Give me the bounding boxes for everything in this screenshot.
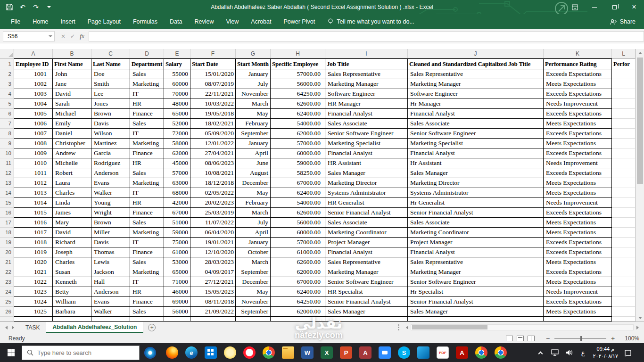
cell[interactable]: Financial Analyst [408, 109, 544, 119]
cell[interactable]: Evans [91, 297, 130, 307]
cell[interactable] [612, 129, 636, 139]
foxit-icon[interactable]: PDF [437, 346, 449, 359]
skype-icon[interactable]: S [398, 346, 410, 359]
cell[interactable]: 62000.00 [271, 307, 325, 317]
cell[interactable]: HR [130, 158, 164, 168]
cell[interactable] [612, 208, 636, 218]
zoom-out-icon[interactable]: − [545, 335, 551, 342]
cell[interactable] [612, 228, 636, 238]
cell[interactable]: IT [130, 238, 164, 247]
cell[interactable]: Brown [91, 109, 130, 119]
cell[interactable]: Marketing Manager [325, 267, 408, 277]
cell[interactable]: Meets Expectations [544, 218, 612, 228]
cell[interactable]: Senior Financial Analyst [408, 297, 544, 307]
vertical-scrollbar[interactable] [636, 49, 644, 321]
cell[interactable]: Hr Assistant [408, 158, 544, 168]
cell[interactable]: Finance [130, 148, 164, 158]
cell[interactable]: 04/09/2017 [190, 267, 236, 277]
horizontal-scroll-track[interactable] [411, 324, 634, 330]
cell[interactable]: January [236, 139, 271, 148]
cell[interactable]: Emily [53, 119, 91, 129]
cell[interactable]: Software Engineer [408, 89, 544, 99]
scroll-up-icon[interactable] [636, 49, 644, 57]
cell[interactable]: 19/05/2018 [190, 109, 236, 119]
cell[interactable]: Jane [53, 79, 91, 89]
excel-icon[interactable]: X [321, 346, 333, 359]
ribbon-tab-page-layout[interactable]: Page Layout [82, 14, 127, 29]
cell[interactable]: 48000 [164, 99, 190, 109]
cell[interactable]: November [236, 297, 271, 307]
ribbon-tab-review[interactable]: Review [188, 14, 220, 29]
cell[interactable]: January [236, 69, 271, 79]
cell[interactable] [612, 238, 636, 247]
ribbon-tab-home[interactable]: Home [26, 14, 54, 29]
row-header-25[interactable]: 25 [0, 297, 14, 307]
cell[interactable]: Sales Associate [325, 218, 408, 228]
cell[interactable]: Senior Financial Analyst [408, 208, 544, 218]
column-header-L[interactable]: L [612, 49, 636, 58]
cell[interactable]: HR [130, 287, 164, 297]
cell[interactable] [612, 69, 636, 79]
cell[interactable]: 1024 [14, 297, 53, 307]
cell[interactable]: Sales Associate [325, 119, 408, 129]
cell[interactable]: HR Manager [325, 99, 408, 109]
cell[interactable]: 1006 [14, 119, 53, 129]
cell[interactable] [612, 188, 636, 198]
cell[interactable]: IT [130, 188, 164, 198]
cell[interactable]: Walker [91, 188, 130, 198]
cell[interactable]: 19/01/2021 [190, 238, 236, 247]
column-header-B[interactable]: B [53, 49, 91, 58]
cell[interactable]: 53000 [164, 257, 190, 267]
ribbon-tab-insert[interactable]: Insert [55, 14, 82, 29]
cell[interactable]: HR Generalist [325, 198, 408, 208]
cell[interactable]: 08/06/2023 [190, 158, 236, 168]
cell[interactable]: 60000 [164, 79, 190, 89]
cell[interactable] [612, 317, 636, 321]
zoom-level[interactable]: 100% [621, 335, 639, 342]
normal-view-icon[interactable] [506, 336, 513, 341]
cell[interactable]: Exceeds Expectations [544, 238, 612, 247]
cell[interactable]: Marketing [130, 228, 164, 238]
cell[interactable]: 18/12/2018 [190, 178, 236, 188]
cell[interactable]: 1022 [14, 277, 53, 287]
cell[interactable]: 45000 [164, 158, 190, 168]
close-button[interactable]: × [624, 0, 644, 14]
cell[interactable]: September [236, 267, 271, 277]
row-header-23[interactable]: 23 [0, 277, 14, 287]
cell[interactable] [91, 317, 130, 321]
cell[interactable]: Sales [130, 168, 164, 178]
sheet-tab-abdallah-abdelhafeez-solution[interactable]: Abdallah Abdelhafeez_Solution [46, 322, 143, 333]
cell[interactable]: Exceeds Expectations [544, 168, 612, 178]
cell[interactable]: HR [130, 99, 164, 109]
cell[interactable] [164, 317, 190, 321]
cell[interactable]: 10/08/2021 [190, 168, 236, 178]
cell[interactable]: 1019 [14, 247, 53, 257]
formula-input[interactable] [89, 31, 644, 41]
cell[interactable]: Betty [53, 287, 91, 297]
ribbon-tab-power-pivot[interactable]: Power Pivot [277, 14, 321, 29]
cell[interactable]: Walker [91, 307, 130, 317]
cell[interactable]: Mary [53, 218, 91, 228]
cell[interactable]: Marketing Specialist [408, 139, 544, 148]
row-header-21[interactable]: 21 [0, 257, 14, 267]
customize-qat-icon[interactable] [43, 1, 55, 13]
cell[interactable]: Exceeds Expectations [544, 208, 612, 218]
cell[interactable]: November [236, 89, 271, 99]
row-header-12[interactable]: 12 [0, 168, 14, 178]
cell[interactable]: Marketing Manager [325, 79, 408, 89]
photos-icon[interactable] [224, 346, 236, 359]
cell[interactable] [612, 257, 636, 267]
cell[interactable]: 1001 [14, 69, 53, 79]
cell[interactable]: Meets Expectations [544, 188, 612, 198]
cell[interactable] [408, 317, 544, 321]
minimize-button[interactable] [585, 0, 604, 14]
cell[interactable]: Exceeds Expectations [544, 297, 612, 307]
cell[interactable] [612, 277, 636, 287]
row-header-14[interactable]: 14 [0, 188, 14, 198]
vertical-scroll-thumb[interactable] [637, 58, 643, 184]
row-header-3[interactable]: 3 [0, 79, 14, 89]
cell[interactable]: Finance [130, 247, 164, 257]
row-header-4[interactable]: 4 [0, 89, 14, 99]
row-header-18[interactable]: 18 [0, 228, 14, 238]
cell[interactable]: 67000.00 [271, 178, 325, 188]
